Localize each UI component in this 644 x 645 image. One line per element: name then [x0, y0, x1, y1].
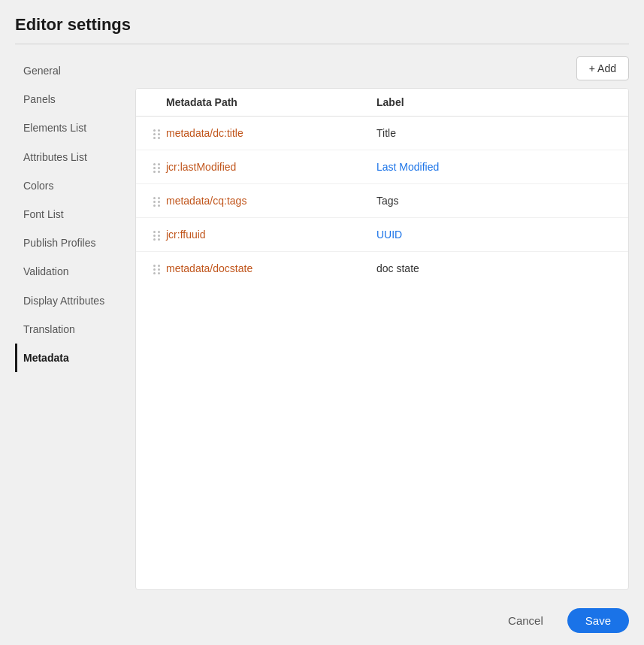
sidebar-item-metadata[interactable]: Metadata: [15, 344, 135, 372]
sidebar-item-display-attributes[interactable]: Display Attributes: [15, 286, 135, 315]
column-header-label: Label: [376, 96, 616, 108]
table-row: jcr:lastModifiedLast Modified: [136, 150, 628, 184]
drag-handle-icon[interactable]: [148, 263, 166, 274]
footer: Cancel Save: [15, 596, 629, 645]
sidebar-item-translation[interactable]: Translation: [15, 315, 135, 344]
metadata-table: Metadata Path Label metadata/dc:titleTit…: [135, 88, 629, 590]
sidebar-item-colors[interactable]: Colors: [15, 171, 135, 200]
table-row: metadata/cq:tagsTags: [136, 184, 628, 218]
table-header: Metadata Path Label: [136, 89, 628, 117]
drag-handle-icon[interactable]: [148, 162, 166, 173]
divider: [15, 44, 629, 44]
metadata-path-cell: metadata/docstate: [166, 262, 376, 274]
table-row: metadata/dc:titleTitle: [136, 117, 628, 150]
metadata-path-cell: jcr:lastModified: [166, 161, 376, 173]
table-row: metadata/docstatedoc state: [136, 252, 628, 285]
drag-handle-icon[interactable]: [148, 229, 166, 241]
save-button[interactable]: Save: [567, 608, 629, 633]
sidebar-item-elements-list[interactable]: Elements List: [15, 114, 135, 142]
metadata-label-cell: Title: [376, 127, 616, 139]
sidebar-item-font-list[interactable]: Font List: [15, 200, 135, 229]
sidebar-item-publish-profiles[interactable]: Publish Profiles: [15, 229, 135, 257]
table-row: jcr:ffuuidUUID: [136, 218, 628, 252]
metadata-label-cell: doc state: [376, 262, 616, 274]
drag-handle-icon[interactable]: [148, 128, 166, 139]
metadata-path-cell: metadata/cq:tags: [166, 195, 376, 207]
sidebar: GeneralPanelsElements ListAttributes Lis…: [15, 56, 135, 590]
metadata-path-cell: metadata/dc:title: [166, 127, 376, 139]
table-body: metadata/dc:titleTitlejcr:lastModifiedLa…: [136, 117, 628, 285]
content-header: + Add: [135, 56, 629, 80]
page-title: Editor settings: [15, 15, 629, 35]
drag-handle-icon[interactable]: [148, 195, 166, 207]
metadata-path-cell: jcr:ffuuid: [166, 229, 376, 241]
column-header-path: Metadata Path: [166, 96, 376, 108]
sidebar-item-attributes-list[interactable]: Attributes List: [15, 143, 135, 171]
sidebar-item-general[interactable]: General: [15, 56, 135, 85]
sidebar-item-validation[interactable]: Validation: [15, 257, 135, 286]
sidebar-item-panels[interactable]: Panels: [15, 85, 135, 114]
content-area: + Add Metadata Path Label metadata/dc:ti…: [135, 56, 629, 590]
metadata-label-cell: Last Modified: [376, 161, 616, 173]
metadata-label-cell: UUID: [376, 229, 616, 241]
metadata-label-cell: Tags: [376, 195, 616, 207]
cancel-button[interactable]: Cancel: [493, 608, 558, 633]
add-button[interactable]: + Add: [576, 56, 629, 80]
